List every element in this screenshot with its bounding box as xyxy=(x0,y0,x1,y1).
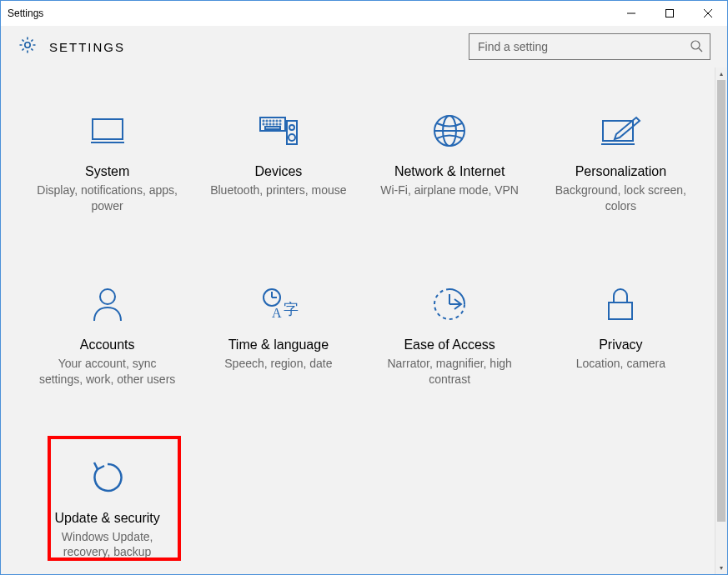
tile-privacy[interactable]: Privacy Location, camera xyxy=(540,274,702,398)
tile-desc: Narrator, magnifier, high contrast xyxy=(379,356,520,388)
window-title: Settings xyxy=(8,8,43,19)
svg-line-6 xyxy=(699,48,702,52)
content-area: System Display, notifications, apps, pow… xyxy=(1,68,727,574)
tile-system[interactable]: System Display, notifications, apps, pow… xyxy=(26,101,188,224)
tile-title: Personalization xyxy=(575,164,666,179)
tile-desc: Display, notifications, apps, power xyxy=(37,182,178,214)
tile-accounts[interactable]: Accounts Your account, sync settings, wo… xyxy=(26,274,188,398)
gear-icon xyxy=(18,35,38,58)
svg-point-24 xyxy=(289,125,294,130)
tile-desc: Your account, sync settings, work, other… xyxy=(37,356,178,388)
tile-title: Accounts xyxy=(80,338,135,352)
window-titlebar: Settings xyxy=(1,1,727,26)
svg-point-14 xyxy=(276,121,277,122)
tile-desc: Location, camera xyxy=(576,356,665,372)
tile-title: Network & Internet xyxy=(394,164,505,179)
tile-title: Time & language xyxy=(228,338,329,352)
svg-point-19 xyxy=(273,124,274,125)
accounts-icon xyxy=(91,284,124,324)
tile-time-language[interactable]: A 字 Time & language Speech, region, date xyxy=(197,274,359,398)
time-language-icon: A 字 xyxy=(259,284,299,324)
devices-icon xyxy=(259,111,299,151)
system-icon xyxy=(89,111,126,151)
svg-point-13 xyxy=(273,121,274,122)
search-box[interactable] xyxy=(469,33,710,60)
tile-desc: Bluetooth, printers, mouse xyxy=(210,182,346,198)
tile-update-security[interactable]: Update & security Windows Update, recove… xyxy=(26,448,188,571)
update-icon xyxy=(89,458,126,498)
tile-desc: Speech, region, date xyxy=(224,356,332,372)
maximize-button[interactable] xyxy=(650,1,689,26)
tile-network[interactable]: Network & Internet Wi-Fi, airplane mode,… xyxy=(369,101,531,224)
vertical-scrollbar[interactable]: ▴ ▾ xyxy=(715,68,727,574)
tile-personalization[interactable]: Personalization Background, lock screen,… xyxy=(540,101,702,224)
svg-point-18 xyxy=(269,124,270,125)
tile-title: System xyxy=(85,164,129,179)
scroll-thumb[interactable] xyxy=(717,80,725,522)
tile-devices[interactable]: Devices Bluetooth, printers, mouse xyxy=(197,101,359,224)
svg-point-16 xyxy=(263,124,264,125)
svg-rect-1 xyxy=(666,10,674,18)
svg-point-25 xyxy=(289,134,295,141)
lock-icon xyxy=(605,284,635,324)
settings-grid: System Display, notifications, apps, pow… xyxy=(26,101,702,570)
close-button[interactable] xyxy=(689,1,727,26)
search-icon xyxy=(690,39,703,55)
scroll-up-arrow-icon[interactable]: ▴ xyxy=(715,68,727,80)
svg-point-21 xyxy=(279,124,280,125)
tile-title: Update & security xyxy=(54,511,159,526)
tile-desc: Background, lock screen, colors xyxy=(550,182,691,214)
tile-ease-of-access[interactable]: Ease of Access Narrator, magnifier, high… xyxy=(369,274,531,398)
globe-icon xyxy=(431,111,468,151)
svg-text:A: A xyxy=(272,306,282,320)
tile-desc: Wi-Fi, airplane mode, VPN xyxy=(380,182,519,198)
svg-point-12 xyxy=(269,121,270,122)
settings-header: SETTINGS xyxy=(1,26,727,68)
svg-text:字: 字 xyxy=(284,301,299,318)
tile-title: Devices xyxy=(254,164,302,179)
tile-desc: Windows Update, recovery, backup xyxy=(37,529,178,561)
personalization-icon xyxy=(600,111,641,151)
minimize-button[interactable] xyxy=(612,1,650,26)
tile-title: Privacy xyxy=(599,338,642,352)
search-input[interactable] xyxy=(476,39,685,54)
page-title: SETTINGS xyxy=(49,40,125,54)
svg-point-5 xyxy=(691,41,700,49)
tile-title: Ease of Access xyxy=(404,338,495,352)
svg-point-15 xyxy=(279,121,280,122)
svg-point-31 xyxy=(100,289,115,304)
svg-rect-7 xyxy=(93,119,123,139)
scroll-down-arrow-icon[interactable]: ▾ xyxy=(715,562,727,574)
svg-rect-39 xyxy=(609,302,632,319)
window-controls xyxy=(612,1,727,26)
svg-point-4 xyxy=(25,42,30,48)
svg-rect-22 xyxy=(265,127,280,129)
ease-of-access-icon xyxy=(431,284,468,324)
svg-point-17 xyxy=(266,124,267,125)
svg-point-10 xyxy=(263,121,264,122)
svg-point-11 xyxy=(266,121,267,122)
svg-point-20 xyxy=(276,124,277,125)
header-left: SETTINGS xyxy=(18,35,125,58)
